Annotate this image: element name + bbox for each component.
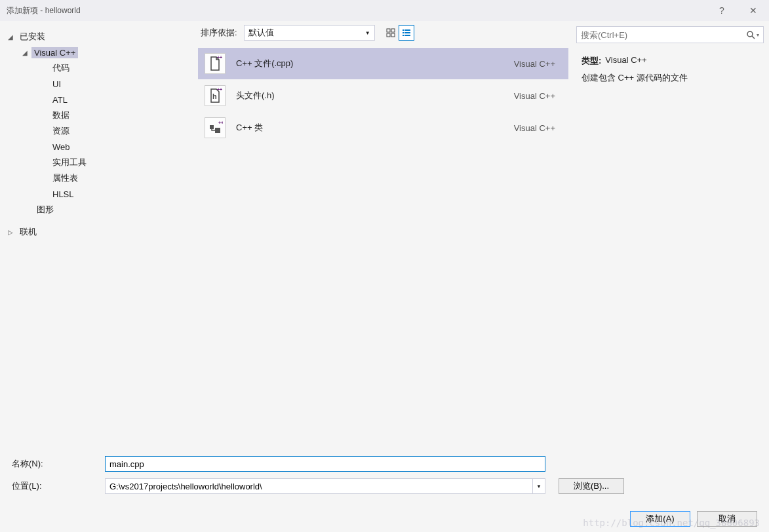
tree-node-child[interactable]: HLSL: [47, 186, 190, 202]
tree-node-installed[interactable]: ◢ 已安装: [5, 29, 190, 45]
toolbar: 排序依据: 默认值 ▼: [195, 21, 571, 45]
svg-rect-6: [403, 32, 404, 33]
svg-rect-7: [405, 32, 410, 33]
template-item[interactable]: ++ C++ 文件(.cpp) Visual C++: [198, 48, 568, 79]
chevron-down-icon: ▼: [365, 30, 370, 36]
tree-node-child[interactable]: 实用工具: [47, 155, 190, 170]
location-input[interactable]: [105, 478, 532, 494]
template-icon: ++: [205, 117, 226, 138]
chevron-down-icon: ◢: [8, 33, 17, 41]
search-box[interactable]: ▾: [576, 26, 764, 43]
help-button[interactable]: ?: [713, 4, 731, 17]
cancel-button[interactable]: 取消: [697, 511, 757, 527]
svg-rect-0: [387, 29, 390, 32]
type-value: Visual C++: [605, 55, 646, 67]
name-label: 名称(N):: [12, 458, 105, 470]
tree-label: UI: [50, 79, 64, 90]
template-item[interactable]: ++ C++ 类 Visual C++: [198, 112, 568, 143]
tree-node-child[interactable]: ATL: [47, 92, 190, 107]
name-input[interactable]: [105, 456, 545, 472]
template-name: C++ 类: [236, 122, 514, 134]
tree-label: 属性表: [50, 172, 81, 185]
details-panel: ▾ 类型: Visual C++ 创建包含 C++ 源代码的文件: [571, 21, 769, 447]
sort-value: 默认值: [248, 27, 274, 39]
template-lang: Visual C++: [514, 59, 555, 69]
sort-dropdown[interactable]: 默认值 ▼: [244, 25, 375, 41]
dialog-buttons: 添加(A) 取消: [0, 508, 769, 532]
svg-rect-2: [387, 33, 390, 37]
chevron-right-icon: ▷: [8, 229, 17, 236]
tree-node-child[interactable]: UI: [47, 76, 190, 92]
view-list-button[interactable]: [399, 25, 414, 41]
svg-line-15: [752, 36, 755, 39]
main-area: ◢ 已安装 ◢ Visual C++ 代码UIATL数据资源Web实用工具属性表…: [0, 21, 769, 447]
window-title: 添加新项 - helloworld: [7, 5, 713, 16]
tree-label: 联机: [17, 225, 39, 238]
svg-rect-8: [403, 35, 404, 36]
close-button[interactable]: ✕: [744, 4, 762, 17]
sort-label: 排序依据:: [201, 27, 237, 39]
template-lang: Visual C++: [514, 123, 555, 133]
tree-label: ATL: [50, 94, 70, 105]
bottom-panel: 名称(N): 位置(L): ▼ 浏览(B)...: [0, 447, 769, 508]
tree-node-child[interactable]: 属性表: [47, 170, 190, 186]
tree-node-child[interactable]: 数据: [47, 107, 190, 123]
category-tree: ◢ 已安装 ◢ Visual C++ 代码UIATL数据资源Web实用工具属性表…: [0, 21, 195, 447]
tree-node-online[interactable]: ▷ 联机: [5, 224, 190, 240]
location-label: 位置(L):: [12, 480, 105, 492]
tree-node-child[interactable]: 代码: [47, 60, 190, 76]
tree-node-child[interactable]: 资源: [47, 123, 190, 139]
template-icon: ++: [205, 53, 226, 74]
svg-text:++: ++: [217, 56, 222, 60]
detail-type: 类型: Visual C++: [582, 55, 759, 67]
template-icon: h++: [205, 85, 226, 106]
search-input[interactable]: [581, 30, 746, 40]
template-name: 头文件(.h): [236, 90, 514, 102]
tree-label: HLSL: [50, 189, 77, 200]
tree-node-graphics[interactable]: 图形: [20, 202, 190, 218]
center-panel: 排序依据: 默认值 ▼ ++ C++ 文件(.cpp) Visual C++ h…: [195, 21, 571, 447]
add-button[interactable]: 添加(A): [630, 511, 690, 527]
tree-label: 资源: [50, 124, 72, 138]
tree-label: Web: [50, 142, 73, 153]
svg-text:++: ++: [218, 121, 223, 125]
template-name: C++ 文件(.cpp): [236, 58, 514, 69]
chevron-down-icon: ◢: [22, 49, 31, 56]
svg-rect-1: [391, 29, 395, 32]
tree-label: 实用工具: [50, 156, 89, 169]
tree-label: 代码: [50, 62, 72, 75]
template-list: ++ C++ 文件(.cpp) Visual C++ h++ 头文件(.h) V…: [195, 45, 571, 447]
titlebar: 添加新项 - helloworld ? ✕: [0, 0, 769, 21]
template-lang: Visual C++: [514, 91, 555, 101]
svg-text:h: h: [212, 92, 217, 100]
view-grid-button[interactable]: [383, 25, 399, 41]
svg-rect-4: [403, 29, 404, 31]
detail-description: 创建包含 C++ 源代码的文件: [582, 72, 759, 84]
type-label: 类型:: [582, 55, 601, 67]
tree-label: Visual C++: [31, 47, 78, 58]
chevron-down-icon: ▾: [757, 32, 759, 38]
tree-label: 数据: [50, 109, 72, 122]
location-dropdown-arrow[interactable]: ▼: [532, 478, 545, 494]
svg-rect-3: [391, 33, 395, 37]
svg-rect-9: [405, 35, 410, 36]
svg-rect-5: [405, 29, 410, 31]
browse-button[interactable]: 浏览(B)...: [559, 478, 624, 494]
tree-label: 图形: [34, 203, 56, 216]
svg-point-14: [747, 31, 753, 37]
search-icon[interactable]: ▾: [746, 30, 759, 39]
tree-node-visual-cpp[interactable]: ◢ Visual C++: [20, 45, 190, 60]
tree-label: 已安装: [17, 30, 48, 43]
svg-text:++: ++: [217, 88, 222, 92]
template-item[interactable]: h++ 头文件(.h) Visual C++: [198, 80, 568, 111]
tree-node-child[interactable]: Web: [47, 139, 190, 155]
